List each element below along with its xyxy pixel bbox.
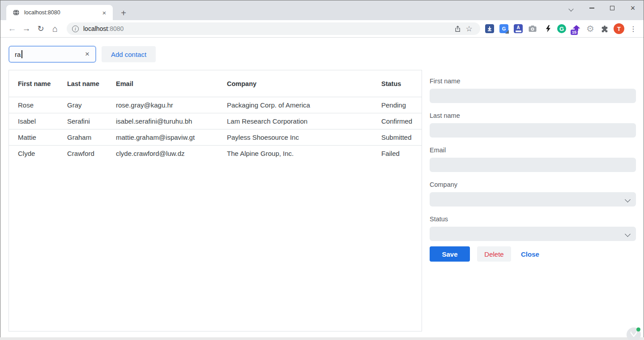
contact-form: First name Last name Email Company Statu… [430,77,636,262]
status-select-value [430,227,636,241]
cell-last-name: Crawford [67,150,116,157]
address-bar[interactable]: i localhost:8080 ☆ [67,22,480,35]
download-extension-icon[interactable] [483,22,496,35]
cell-email: mattie.graham@ispaviw.gt [116,133,227,141]
text-caret [21,50,22,58]
first-name-label: First name [430,77,636,86]
status-dot [636,327,640,331]
cell-email: rose.gray@kagu.hr [116,101,227,109]
cell-company: Packaging Corp. of America [227,101,381,109]
grammarly-extension-icon[interactable]: G [555,22,568,35]
status-field: Status [430,215,636,241]
cell-email: isabel.serafini@turuhu.bh [116,117,227,125]
menu-dots-icon[interactable]: ⋮ [627,22,640,35]
table-row[interactable]: Isabel Serafini isabel.serafini@turuhu.b… [9,113,422,129]
cell-last-name: Graham [67,133,116,141]
cell-last-name: Gray [67,101,116,109]
clear-search-icon[interactable]: × [83,50,92,59]
company-select-value [430,192,636,207]
form-buttons: Save Delete Close [430,246,636,262]
cell-email: clyde.crawford@luw.dz [116,150,227,157]
tab-title: localhost:8080 [24,9,100,16]
extensions-puzzle-icon[interactable] [598,22,611,35]
info-icon[interactable]: i [72,26,79,32]
profile-avatar[interactable]: T [613,22,625,35]
gear-extension-icon[interactable]: ⚙ [584,22,597,35]
first-name-input[interactable] [430,89,636,103]
last-name-input[interactable] [430,123,636,138]
new-tab-button[interactable]: + [118,8,129,18]
globe-favicon [13,9,20,16]
table-row[interactable]: Mattie Graham mattie.graham@ispaviw.gt P… [9,129,422,145]
contacts-table: First name Last name Email Company Statu… [9,70,422,331]
email-input[interactable] [430,158,636,172]
maximize-button[interactable] [602,0,623,16]
header-first-name: First name [18,80,67,87]
cell-status: Confirmed [381,117,422,125]
bookmark-star-icon[interactable]: ☆ [463,23,475,34]
url-text: localhost:8080 [83,25,452,32]
close-button[interactable]: Close [518,246,542,262]
header-last-name: Last name [67,80,116,87]
home-icon[interactable]: ⌂ [48,20,62,37]
cell-company: The Alpine Group, Inc. [227,150,381,157]
reload-icon[interactable]: ↻ [34,20,48,37]
cell-first-name: Clyde [18,150,67,157]
tab-search-chevron-icon[interactable] [568,6,575,13]
browser-tab[interactable]: localhost:8080 × [6,5,113,20]
header-status: Status [381,80,422,87]
cell-first-name: Rose [18,101,67,109]
forward-icon[interactable]: → [19,20,34,37]
home-badge-extension-icon[interactable]: 15 [570,22,583,35]
camera-extension-icon[interactable] [526,22,539,35]
status-label: Status [430,215,636,224]
assistant-widget[interactable] [627,327,641,340]
cell-company: Lam Research Corporation [227,117,381,125]
status-select[interactable] [430,227,636,241]
cell-first-name: Isabel [18,117,67,125]
delete-button[interactable]: Delete [477,246,511,262]
extension-badge: 15 [571,30,578,35]
keyboard-extension-icon[interactable]: A [512,22,525,35]
cell-last-name: Serafini [67,117,116,125]
minimize-button[interactable] [581,0,602,16]
tab-close-icon[interactable]: × [100,9,108,17]
header-email: Email [116,80,227,87]
company-field: Company [430,181,636,207]
cell-status: Failed [381,150,422,157]
browser-toolbar: ← → ↻ ⌂ i localhost:8080 ☆ G A G [0,20,644,38]
save-button[interactable]: Save [430,246,470,262]
company-select[interactable] [430,192,636,207]
table-header-row: First name Last name Email Company Statu… [9,70,422,97]
translate-extension-icon[interactable]: G [498,22,510,35]
cell-company: Payless Shoesource Inc [227,133,381,141]
share-icon[interactable] [452,23,463,34]
email-field: Email [430,146,636,172]
last-name-label: Last name [430,112,636,121]
company-label: Company [430,181,636,189]
table-row[interactable]: Clyde Crawford clyde.crawford@luw.dz The… [9,145,422,161]
page-content: × Add contact First name Last name Email… [0,38,644,337]
back-icon[interactable]: ← [5,20,19,37]
add-contact-button[interactable]: Add contact [102,46,156,62]
close-window-button[interactable]: × [623,0,643,16]
tab-strip: localhost:8080 × + × [0,0,644,20]
first-name-field: First name [430,77,636,103]
table-row[interactable]: Rose Gray rose.gray@kagu.hr Packaging Co… [9,97,422,113]
email-label: Email [430,146,636,155]
last-name-field: Last name [430,112,636,138]
lightning-extension-icon[interactable] [542,22,554,35]
cell-status: Pending [381,101,422,109]
cell-status: Submitted [381,133,422,141]
cell-first-name: Mattie [18,133,67,141]
search-wrapper: × [9,46,96,63]
header-company: Company [227,80,381,87]
browser-window: localhost:8080 × + × ← → ↻ ⌂ i localhost… [0,0,644,337]
